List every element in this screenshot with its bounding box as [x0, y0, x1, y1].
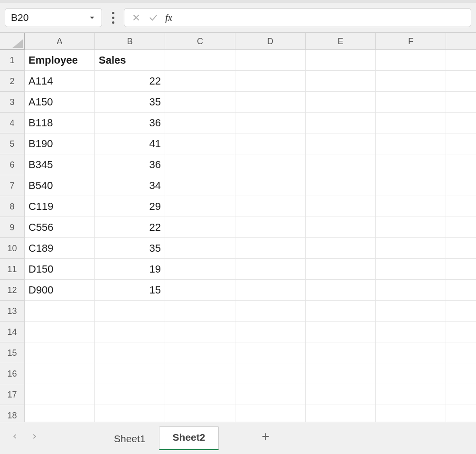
row-header[interactable]: 15 [0, 342, 25, 363]
cell[interactable]: C119 [25, 196, 95, 217]
cell[interactable] [376, 342, 446, 363]
cell[interactable] [165, 175, 235, 196]
column-header[interactable] [446, 33, 476, 50]
cell[interactable] [376, 154, 446, 175]
cell[interactable] [376, 217, 446, 238]
cell[interactable]: 34 [95, 175, 165, 196]
name-box[interactable]: B20 [5, 8, 102, 27]
cell[interactable] [306, 217, 376, 238]
cell[interactable] [446, 92, 476, 113]
fx-button[interactable]: fx [165, 12, 172, 24]
cell[interactable] [306, 92, 376, 113]
row-header[interactable]: 14 [0, 322, 25, 342]
cell[interactable] [95, 384, 165, 405]
sheet-tab[interactable]: Sheet2 [159, 426, 219, 450]
cell[interactable] [376, 322, 446, 342]
cell[interactable] [235, 92, 306, 113]
cell[interactable]: 22 [95, 217, 165, 238]
cell[interactable] [446, 175, 476, 196]
cell[interactable] [235, 133, 306, 154]
cell[interactable] [446, 405, 476, 422]
cell[interactable] [446, 259, 476, 280]
cell[interactable] [165, 363, 235, 384]
cell[interactable] [446, 384, 476, 405]
cell[interactable] [25, 342, 95, 363]
cell[interactable]: 36 [95, 113, 165, 133]
row-header[interactable]: 16 [0, 363, 25, 384]
cell[interactable] [165, 259, 235, 280]
cell[interactable] [165, 322, 235, 342]
cell[interactable] [95, 301, 165, 322]
cell[interactable] [235, 238, 306, 259]
cell[interactable] [446, 280, 476, 301]
row-header[interactable]: 5 [0, 133, 25, 154]
cell[interactable] [95, 322, 165, 342]
cell[interactable] [235, 154, 306, 175]
cell[interactable] [165, 238, 235, 259]
cell[interactable] [235, 322, 306, 342]
cell[interactable] [446, 50, 476, 71]
cell[interactable] [446, 322, 476, 342]
cell[interactable] [165, 196, 235, 217]
cell[interactable]: A150 [25, 92, 95, 113]
cell[interactable] [306, 113, 376, 133]
more-options-button[interactable] [106, 8, 120, 27]
row-header[interactable]: 1 [0, 50, 25, 71]
cell[interactable] [165, 71, 235, 92]
cell[interactable]: B540 [25, 175, 95, 196]
row-header[interactable]: 17 [0, 384, 25, 405]
cell[interactable] [95, 363, 165, 384]
cell[interactable] [446, 238, 476, 259]
cell[interactable]: C189 [25, 238, 95, 259]
next-sheet-button[interactable] [25, 427, 44, 446]
cell[interactable] [235, 113, 306, 133]
cell[interactable] [446, 71, 476, 92]
column-header[interactable]: F [376, 33, 446, 50]
cell[interactable] [376, 280, 446, 301]
row-header[interactable]: 11 [0, 259, 25, 280]
cell[interactable]: 19 [95, 259, 165, 280]
cell[interactable]: 36 [95, 154, 165, 175]
cell[interactable] [306, 342, 376, 363]
cell[interactable] [165, 384, 235, 405]
cell[interactable] [306, 71, 376, 92]
cell[interactable] [165, 405, 235, 422]
cell[interactable]: Employee [25, 50, 95, 71]
cell[interactable] [446, 133, 476, 154]
cell[interactable] [446, 196, 476, 217]
row-header[interactable]: 8 [0, 196, 25, 217]
cell[interactable] [306, 405, 376, 422]
cell[interactable] [306, 301, 376, 322]
cell[interactable] [376, 405, 446, 422]
cell[interactable] [446, 363, 476, 384]
cell[interactable] [235, 175, 306, 196]
cell[interactable] [446, 217, 476, 238]
cell[interactable] [306, 133, 376, 154]
cell[interactable] [376, 113, 446, 133]
row-header[interactable]: 12 [0, 280, 25, 301]
row-header[interactable]: 13 [0, 301, 25, 322]
cell[interactable] [165, 154, 235, 175]
cell[interactable] [376, 363, 446, 384]
cell[interactable] [306, 154, 376, 175]
cell[interactable] [376, 133, 446, 154]
prev-sheet-button[interactable] [6, 427, 25, 446]
cell[interactable] [165, 92, 235, 113]
cell[interactable] [95, 342, 165, 363]
cell[interactable] [376, 238, 446, 259]
cell[interactable] [25, 405, 95, 422]
row-header[interactable]: 3 [0, 92, 25, 113]
cell[interactable] [446, 154, 476, 175]
cell[interactable] [165, 280, 235, 301]
cell[interactable] [376, 301, 446, 322]
cell[interactable]: A114 [25, 71, 95, 92]
column-header[interactable]: D [235, 33, 306, 50]
cell[interactable] [376, 384, 446, 405]
cell[interactable]: B345 [25, 154, 95, 175]
cell[interactable] [235, 280, 306, 301]
row-header[interactable]: 18 [0, 405, 25, 422]
cell[interactable]: Sales [95, 50, 165, 71]
cell[interactable] [165, 342, 235, 363]
cell[interactable]: B190 [25, 133, 95, 154]
column-header[interactable]: E [306, 33, 376, 50]
